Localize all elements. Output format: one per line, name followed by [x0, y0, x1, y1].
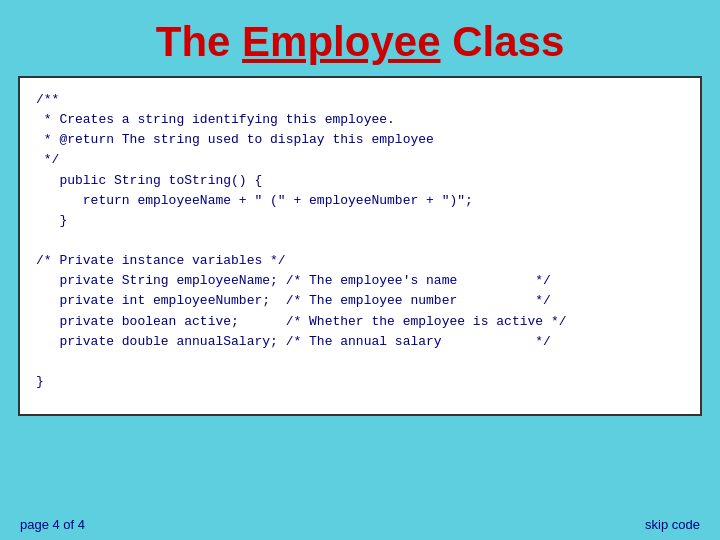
code-line-6: return employeeName + " (" + employeeNum… [36, 191, 684, 211]
title-suffix: Class [441, 18, 565, 65]
title-prefix: The [156, 18, 242, 65]
code-line-4: */ [36, 150, 684, 170]
page-number[interactable]: page 4 of 4 [20, 517, 85, 532]
skip-code-link[interactable]: skip code [645, 517, 700, 532]
code-line-2: * Creates a string identifying this empl… [36, 110, 684, 130]
code-line-8 [36, 231, 684, 251]
footer: page 4 of 4 skip code [20, 517, 700, 532]
title-area: The Employee Class [0, 0, 720, 76]
code-line-10: private String employeeName; /* The empl… [36, 271, 684, 291]
code-line-9: /* Private instance variables */ [36, 251, 684, 271]
code-line-11: private int employeeNumber; /* The emplo… [36, 291, 684, 311]
code-line-5: public String toString() { [36, 171, 684, 191]
code-line-3: * @return The string used to display thi… [36, 130, 684, 150]
title-highlight: Employee [242, 18, 440, 65]
code-line-13: private double annualSalary; /* The annu… [36, 332, 684, 352]
slide-title: The Employee Class [156, 18, 565, 65]
code-line-14 [36, 352, 684, 372]
code-line-12: private boolean active; /* Whether the e… [36, 312, 684, 332]
code-block: /** * Creates a string identifying this … [18, 76, 702, 416]
code-line-1: /** [36, 90, 684, 110]
code-line-15: } [36, 372, 684, 392]
code-line-7: } [36, 211, 684, 231]
